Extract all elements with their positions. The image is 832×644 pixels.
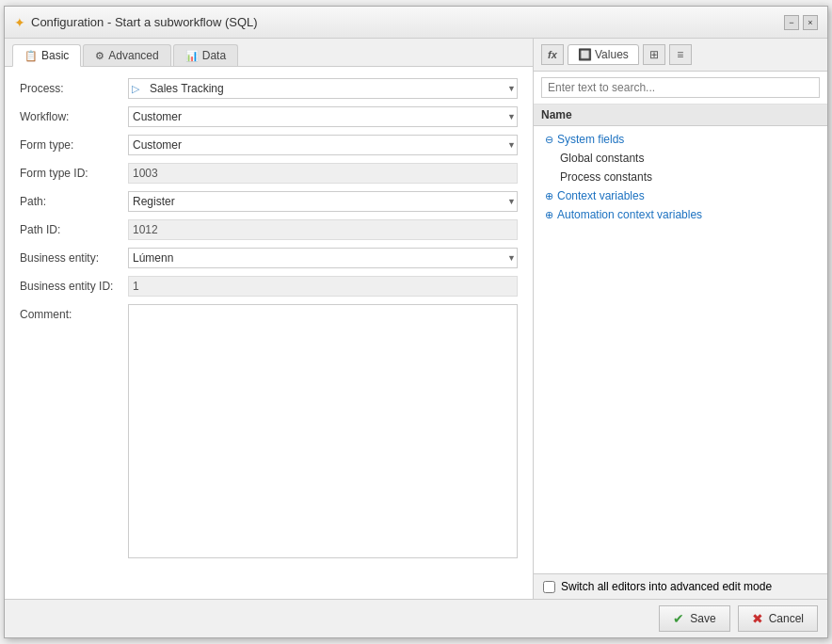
business-entity-id-control: 1 [128, 276, 518, 297]
process-select-icon: ▷ [132, 83, 139, 95]
global-constants-label: Global constants [560, 152, 644, 165]
context-variables-label: Context variables [557, 189, 645, 202]
form-type-control: Customer ▼ [128, 135, 518, 155]
business-entity-select[interactable]: Lúmenn [128, 248, 518, 268]
grid1-icon: ⊞ [649, 48, 659, 61]
process-select-wrapper: ▷ Sales Tracking ▼ [128, 78, 518, 99]
tab-basic[interactable]: 📋 Basic [12, 44, 81, 67]
dialog-window: ✦ Configuration - Start a subworkflow (S… [4, 6, 828, 638]
title-bar: ✦ Configuration - Start a subworkflow (S… [5, 7, 827, 39]
tab-data[interactable]: 📊 Data [173, 44, 238, 66]
minimize-button[interactable]: − [784, 15, 799, 30]
save-icon: ✔ [673, 611, 684, 626]
path-id-row: Path ID: 1012 [20, 219, 518, 240]
workflow-icon: ✦ [14, 15, 25, 30]
system-fields-label: System fields [557, 133, 624, 146]
path-id-label: Path ID: [20, 223, 128, 236]
right-tab-values[interactable]: 🔲 Values [568, 44, 639, 65]
tab-advanced-label: Advanced [108, 49, 158, 62]
business-entity-label: Business entity: [20, 251, 128, 265]
search-input[interactable] [541, 77, 820, 98]
search-area [534, 72, 827, 105]
business-entity-select-wrapper: Lúmenn ▼ [128, 248, 518, 268]
window-title: Configuration - Start a subworkflow (SQL… [31, 15, 258, 29]
form-type-label: Form type: [20, 138, 128, 152]
workflow-control: Customer ▼ [128, 106, 518, 127]
comment-label: Comment: [20, 304, 128, 321]
business-entity-id-row: Business entity ID: 1 [20, 276, 518, 297]
tab-data-label: Data [202, 49, 226, 62]
grid2-icon: ≡ [677, 48, 683, 61]
automation-context-expand-icon: ⊕ [545, 209, 553, 221]
workflow-label: Workflow: [20, 110, 128, 123]
form-type-id-control: 1003 [128, 163, 518, 184]
cancel-icon: ✖ [752, 611, 763, 626]
path-label: Path: [20, 195, 128, 208]
path-id-value: 1012 [128, 219, 518, 240]
advanced-check: Switch all editors into advanced edit mo… [543, 580, 772, 593]
comment-textarea[interactable] [128, 304, 518, 558]
tree-child-global-constants[interactable]: Global constants [534, 149, 827, 168]
comment-control [128, 304, 518, 561]
values-tab-icon: 🔲 [578, 48, 592, 61]
advanced-tab-icon: ⚙ [95, 50, 104, 62]
advanced-mode-checkbox[interactable] [543, 581, 555, 593]
cancel-label: Cancel [769, 612, 804, 625]
form-type-id-value: 1003 [128, 163, 518, 184]
left-panel: 📋 Basic ⚙ Advanced 📊 Data Process: [5, 39, 534, 599]
tree-item-automation-context[interactable]: ⊕ Automation context variables [534, 205, 827, 224]
workflow-select[interactable]: Customer [128, 106, 518, 127]
path-control: Register ▼ [128, 191, 518, 212]
save-label: Save [690, 612, 715, 625]
form-type-id-label: Form type ID: [20, 167, 128, 180]
business-entity-id-value: 1 [128, 276, 518, 297]
bottom-bar: Switch all editors into advanced edit mo… [534, 573, 827, 599]
right-toolbar: fx 🔲 Values ⊞ ≡ [534, 39, 827, 72]
title-controls: − × [784, 15, 818, 30]
form-type-row: Form type: Customer ▼ [20, 135, 518, 155]
workflow-select-wrapper: Customer ▼ [128, 106, 518, 127]
process-control: ▷ Sales Tracking ▼ [128, 78, 518, 99]
tree-item-context-variables[interactable]: ⊕ Context variables [534, 186, 827, 205]
basic-tab-icon: 📋 [24, 50, 38, 62]
process-label: Process: [20, 82, 128, 95]
business-entity-control: Lúmenn ▼ [128, 248, 518, 268]
form-type-id-row: Form type ID: 1003 [20, 163, 518, 184]
title-bar-left: ✦ Configuration - Start a subworkflow (S… [14, 15, 258, 30]
process-constants-label: Process constants [560, 170, 652, 184]
tab-basic-label: Basic [41, 49, 69, 62]
dialog-content: 📋 Basic ⚙ Advanced 📊 Data Process: [5, 39, 827, 599]
process-row: Process: ▷ Sales Tracking ▼ [20, 78, 518, 99]
business-entity-id-label: Business entity ID: [20, 280, 128, 293]
comment-row: Comment: [20, 304, 518, 561]
tree-child-process-constants[interactable]: Process constants [534, 168, 827, 186]
automation-context-label: Automation context variables [557, 208, 702, 221]
save-button[interactable]: ✔ Save [659, 605, 729, 632]
right-tab-grid1[interactable]: ⊞ [643, 44, 665, 65]
tree-item-system-fields[interactable]: ⊖ System fields [534, 130, 827, 149]
values-tab-label: Values [595, 48, 629, 61]
business-entity-row: Business entity: Lúmenn ▼ [20, 248, 518, 268]
action-bar: ✔ Save ✖ Cancel [5, 599, 827, 637]
process-select[interactable]: Sales Tracking [128, 78, 518, 99]
data-tab-icon: 📊 [185, 50, 199, 62]
path-select[interactable]: Register [128, 191, 518, 212]
fx-button[interactable]: fx [541, 44, 564, 65]
tab-bar: 📋 Basic ⚙ Advanced 📊 Data [5, 39, 533, 67]
path-id-control: 1012 [128, 219, 518, 240]
path-select-wrapper: Register ▼ [128, 191, 518, 212]
name-header: Name [534, 105, 827, 126]
system-fields-expand-icon: ⊖ [545, 134, 553, 146]
tab-advanced[interactable]: ⚙ Advanced [83, 44, 170, 66]
form-type-select[interactable]: Customer [128, 135, 518, 155]
close-button[interactable]: × [803, 15, 818, 30]
context-variables-expand-icon: ⊕ [545, 190, 553, 202]
form-area: Process: ▷ Sales Tracking ▼ Workflow: [5, 67, 533, 599]
workflow-row: Workflow: Customer ▼ [20, 106, 518, 127]
advanced-mode-label: Switch all editors into advanced edit mo… [561, 580, 772, 593]
form-type-select-wrapper: Customer ▼ [128, 135, 518, 155]
cancel-button[interactable]: ✖ Cancel [738, 605, 818, 632]
right-tab-grid2[interactable]: ≡ [669, 44, 692, 65]
tree-area: ⊖ System fields Global constants Process… [534, 126, 827, 573]
right-panel: fx 🔲 Values ⊞ ≡ Name [534, 39, 827, 599]
